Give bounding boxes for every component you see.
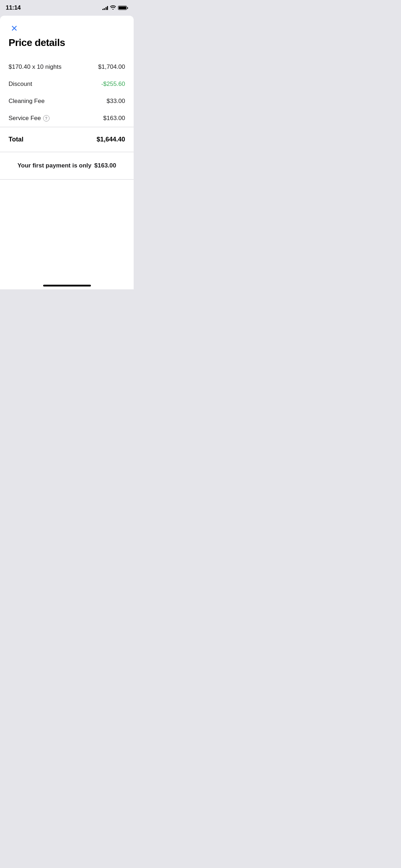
line-item: Cleaning Fee $33.00 bbox=[9, 93, 125, 110]
battery-icon bbox=[118, 6, 128, 10]
close-icon: ✕ bbox=[11, 24, 18, 33]
discount-value: -$255.60 bbox=[101, 81, 125, 88]
line-item: $170.40 x 10 nights $1,704.00 bbox=[9, 58, 125, 76]
home-indicator bbox=[43, 285, 91, 286]
cleaning-fee-label: Cleaning Fee bbox=[9, 98, 45, 105]
service-fee-value: $163.00 bbox=[103, 115, 125, 122]
service-fee-label: Service Fee ? bbox=[9, 115, 50, 122]
line-items-list: $170.40 x 10 nights $1,704.00 Discount -… bbox=[9, 58, 125, 127]
status-time: 11:14 bbox=[6, 4, 21, 11]
service-fee-info-button[interactable]: ? bbox=[43, 115, 50, 122]
total-label: Total bbox=[9, 136, 24, 143]
status-bar: 11:14 bbox=[0, 0, 134, 16]
total-value: $1,644.40 bbox=[97, 136, 125, 143]
line-item: Service Fee ? $163.00 bbox=[9, 110, 125, 127]
line-item: Discount -$255.60 bbox=[9, 76, 125, 93]
divider-payment bbox=[0, 179, 134, 180]
first-payment-section: Your first payment is only $163.00 bbox=[0, 152, 134, 179]
close-button[interactable]: ✕ bbox=[9, 23, 20, 34]
nights-value: $1,704.00 bbox=[98, 63, 125, 71]
total-row: Total $1,644.40 bbox=[0, 127, 134, 152]
nights-label: $170.40 x 10 nights bbox=[9, 63, 61, 71]
first-payment-text: Your first payment is only bbox=[17, 162, 92, 169]
cleaning-fee-value: $33.00 bbox=[107, 98, 125, 105]
price-details-sheet: ✕ Price details $170.40 x 10 nights $1,7… bbox=[0, 16, 134, 289]
page-title: Price details bbox=[9, 37, 125, 48]
discount-label: Discount bbox=[9, 81, 32, 88]
first-payment-amount: $163.00 bbox=[94, 162, 116, 169]
status-icons bbox=[102, 5, 128, 11]
signal-icon bbox=[102, 6, 108, 10]
wifi-icon bbox=[110, 5, 116, 11]
